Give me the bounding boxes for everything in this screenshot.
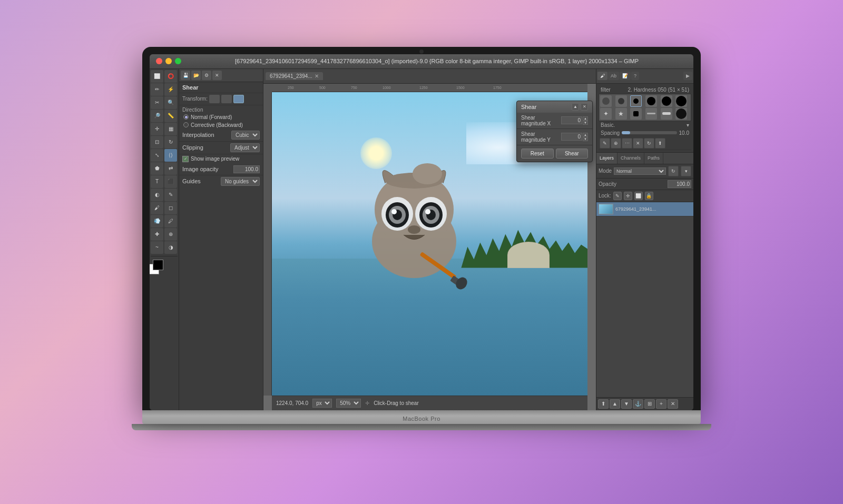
spacing-bar[interactable] (622, 131, 677, 134)
maximize-button[interactable] (175, 58, 181, 64)
brush-item[interactable]: ✦ (600, 108, 612, 120)
transform-btn-3[interactable] (233, 95, 244, 103)
brush-item[interactable] (675, 108, 687, 120)
brush-refresh-btn[interactable]: ↻ (644, 138, 654, 149)
unit-select[interactable]: px (312, 399, 332, 408)
new-layer-btn[interactable]: ⬆ (598, 399, 609, 409)
transform-btn-1[interactable] (209, 95, 220, 103)
shear-tool[interactable]: ⟨⟩ (164, 149, 177, 162)
brush-delete-btn[interactable]: ✕ (633, 138, 643, 149)
bucket-fill-tool[interactable]: ⬛ (164, 175, 177, 188)
fuzzy-select-tool[interactable]: ⚡ (164, 83, 177, 96)
corrective-direction-row[interactable]: Corrective (Backward) (179, 121, 263, 129)
lock-position-btn[interactable]: ✛ (624, 192, 632, 200)
interpolation-select[interactable]: Cubic (231, 131, 260, 140)
foreground-color[interactable] (153, 260, 163, 270)
shear-apply-button[interactable]: Shear (556, 149, 589, 159)
shear-dialog-up[interactable]: ▲ (572, 103, 579, 111)
shear-x-down[interactable]: ▼ (583, 121, 588, 125)
close-button[interactable] (156, 58, 162, 64)
show-preview-row[interactable]: ✓ Show image preview (179, 154, 263, 164)
blend-tool[interactable]: ◐ (151, 189, 163, 201)
brush-options-btn[interactable]: ⋯ (622, 138, 632, 149)
shear-y-up[interactable]: ▲ (583, 133, 588, 137)
shear-reset-button[interactable]: Reset (521, 149, 554, 159)
brush-item[interactable] (661, 108, 672, 120)
minimize-button[interactable] (165, 58, 172, 64)
layers-tab[interactable]: Layers (596, 153, 617, 164)
guides-select[interactable]: No guides (221, 177, 260, 186)
shear-dialog-close[interactable]: ✕ (581, 103, 588, 111)
shear-x-up[interactable]: ▲ (583, 116, 588, 121)
pencil-tool[interactable]: ✎ (164, 189, 177, 201)
shear-y-input[interactable] (561, 133, 582, 141)
ellipse-select-tool[interactable]: ⭕ (164, 70, 177, 83)
channels-tab[interactable]: Channels (617, 153, 644, 164)
brush-item[interactable] (630, 108, 642, 120)
lock-pixels-btn[interactable]: ✎ (613, 192, 622, 200)
patterns-tab[interactable]: Ab (608, 72, 619, 80)
layer-mode-select[interactable]: Normal (614, 167, 666, 175)
lock-alpha-btn[interactable]: ⬜ (634, 192, 643, 200)
raise-layer-btn[interactable]: ▲ (610, 399, 620, 409)
transform-btn-2[interactable] (221, 95, 232, 103)
layer-item[interactable]: 67929641_23941... (596, 202, 693, 216)
text-tool[interactable]: T (151, 175, 163, 188)
brush-item[interactable] (645, 95, 657, 107)
fonts-tab[interactable]: 📝 (620, 72, 631, 80)
paths-tab[interactable]: Paths (644, 153, 663, 164)
heal-tool[interactable]: ✚ (151, 228, 163, 241)
brush-item[interactable]: ★ (615, 108, 627, 120)
rotate-tool[interactable]: ↻ (164, 136, 177, 149)
clone-tool[interactable]: ⊕ (164, 228, 177, 241)
lock-all-btn[interactable]: 🔒 (645, 192, 653, 200)
help-tab[interactable]: ? (631, 72, 639, 80)
layer-opacity-input[interactable] (668, 180, 691, 188)
rect-select-tool[interactable]: ⬜ (151, 70, 163, 83)
clipping-select[interactable]: Adjust (230, 143, 260, 152)
mode-reset-btn[interactable]: ↻ (668, 166, 679, 176)
options-icon[interactable]: ⚙ (202, 71, 211, 80)
shear-x-input[interactable] (561, 116, 582, 124)
perspective-tool[interactable]: ⬟ (151, 162, 163, 175)
align-tool[interactable]: ▦ (164, 123, 177, 135)
mode-down-btn[interactable]: ▾ (681, 166, 691, 176)
scissors-tool[interactable]: ✂ (151, 96, 163, 109)
lower-layer-btn[interactable]: ▼ (621, 399, 632, 409)
move-tool[interactable]: ✛ (151, 123, 163, 135)
brush-duplicate-btn[interactable]: ⊕ (611, 138, 621, 149)
normal-direction-row[interactable]: Normal (Forward) (179, 113, 263, 121)
add-layer-btn[interactable]: + (656, 399, 666, 409)
brush-item[interactable] (675, 95, 687, 107)
brush-item[interactable] (661, 95, 672, 107)
panel-collapse[interactable]: ▶ (683, 72, 692, 80)
smudge-tool[interactable]: ~ (151, 241, 163, 254)
delete-layer-btn[interactable]: ✕ (668, 399, 678, 409)
scale-tool[interactable]: ⤡ (151, 149, 163, 162)
anchor-layer-btn[interactable]: ⚓ (633, 399, 643, 409)
brush-item[interactable] (600, 95, 612, 107)
save-options-icon[interactable]: 💾 (181, 71, 190, 80)
airbrush-tool[interactable]: 💨 (151, 215, 163, 228)
brush-edit-btn[interactable]: ✎ (600, 138, 610, 149)
normal-direction-radio[interactable] (183, 114, 189, 120)
show-preview-checkbox[interactable]: ✓ (182, 156, 189, 162)
shear-y-down[interactable]: ▼ (583, 137, 588, 141)
measure-tool[interactable]: 📏 (164, 110, 177, 122)
brush-import-btn[interactable]: ⬆ (655, 138, 665, 149)
brush-item-selected[interactable] (630, 95, 642, 107)
crop-tool[interactable]: ⊡ (151, 136, 163, 149)
paintbrush-tool[interactable]: 🖌 (151, 202, 163, 214)
category-chevron[interactable]: ▾ (687, 122, 689, 128)
image-opacity-input[interactable] (233, 165, 260, 173)
load-options-icon[interactable]: 📂 (191, 71, 201, 80)
color-picker-tool[interactable]: 🔍 (164, 96, 177, 109)
merge-layer-btn[interactable]: ⊞ (644, 399, 655, 409)
eraser-tool[interactable]: ◻ (164, 202, 177, 214)
brush-item[interactable] (615, 95, 627, 107)
image-tab[interactable]: 67929641_2394... ✕ (266, 72, 323, 80)
free-select-tool[interactable]: ✏ (151, 83, 163, 96)
zoom-select[interactable]: 50% (336, 399, 361, 408)
corrective-direction-radio[interactable] (183, 122, 189, 127)
brush-item[interactable] (645, 108, 657, 120)
